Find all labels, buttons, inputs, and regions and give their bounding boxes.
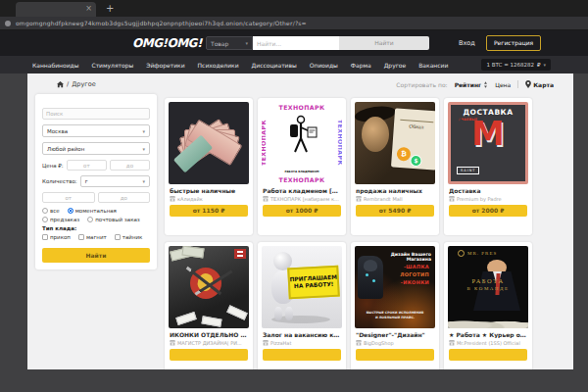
price-button[interactable]: от 1000 ₽ [263, 205, 341, 217]
product-title[interactable]: быстрые наличные [170, 187, 248, 194]
price-button[interactable]: от 1150 ₽ [170, 205, 248, 217]
btc-rate-selector[interactable]: 1 BTC = 1268282 ₽ ▾ [481, 59, 551, 71]
product-card[interactable]: Дизайн Вашего Магазина -ШАПКА ЛОГОТИП -И… [351, 242, 439, 369]
nav-item-opioids[interactable]: Опиоиды [310, 62, 338, 69]
product-image-mascot-sign: ПРИГЛАШАЕМ НА РАБОТУ! [262, 246, 342, 328]
nav-item-euphoretics[interactable]: Эйфоретики [146, 62, 184, 69]
product-image-delivery: ДОСТАВКА / ЧАЕВЫЕ М SAINT [448, 102, 528, 184]
delivery-option-postal[interactable]: почтовый заказ [87, 217, 140, 222]
product-card[interactable]: ТЕХНОПАРК ТЕХНОПАРК ТЕХНОПАРК РАБОТА КЛА… [258, 98, 346, 235]
product-title[interactable]: ИКОНКИ ОТДЕЛЬНО | ... [170, 331, 248, 338]
browser-tab[interactable]: × [16, 2, 96, 17]
home-icon[interactable] [57, 81, 64, 88]
nav-item-dissociatives[interactable]: Диссоциативы [252, 62, 297, 69]
city-select[interactable]: Москва ▾ [42, 124, 150, 137]
radio-checked-icon[interactable] [68, 208, 74, 214]
price-button[interactable] [170, 349, 248, 361]
search-category-select[interactable]: Товар ▾ [206, 36, 253, 50]
product-seller[interactable]: кАлидайк [170, 196, 248, 202]
quantity-from-input[interactable] [42, 192, 95, 203]
product-title[interactable]: продажа наличных [356, 187, 434, 194]
stash-option-magnet[interactable]: магнит [78, 234, 107, 240]
product-card[interactable]: ИКОНКИ ОТДЕЛЬНО | ... МАГИСТР ДИЗАЙНА| Р… [165, 242, 253, 369]
site-logo[interactable]: OMG!OMG! [132, 30, 202, 56]
product-card[interactable]: ПРИГЛАШАЕМ НА РАБОТУ! Залог на вакансию … [258, 242, 346, 369]
medal-icon [458, 250, 465, 257]
breadcrumb-separator: / [67, 80, 69, 88]
delivery-option-preorder[interactable]: предзаказ [42, 217, 79, 222]
sort-by-price[interactable]: Цена [495, 81, 511, 88]
product-card[interactable]: быстрые наличные кАлидайк от 1150 ₽ [165, 98, 253, 235]
sort-controls: Сортировать по: Рейтинг Цена Карта [396, 80, 554, 88]
unit-select[interactable]: г ▾ [80, 175, 150, 187]
filter-search-input[interactable] [42, 108, 150, 120]
nav-item-stimulants[interactable]: Стимуляторы [91, 62, 133, 69]
product-card[interactable]: Обнал ₿ $ продажа наличных Rembrandt Mal… [351, 98, 439, 235]
price-button[interactable] [449, 349, 527, 361]
nav-item-other[interactable]: Другое [384, 62, 407, 69]
chevron-down-icon: ▾ [142, 128, 145, 134]
delivery-option-all[interactable]: все [42, 208, 60, 214]
dollar-icon: $ [410, 155, 422, 168]
radio-icon[interactable] [87, 217, 93, 222]
search-button[interactable]: Найти [339, 36, 429, 50]
product-title[interactable]: ★ Работа ★ Курьер от ... [449, 331, 527, 338]
price-button[interactable]: от 2000 ₽ [449, 205, 527, 217]
divider [517, 80, 518, 88]
store-icon [170, 340, 175, 346]
btc-rate-value: 1 BTC = 1268282 [486, 62, 534, 68]
product-seller[interactable]: Premium by Padre [449, 196, 527, 202]
price-button[interactable]: от 5490 ₽ [356, 205, 434, 217]
map-pin-icon [525, 80, 531, 88]
radio-icon[interactable] [42, 208, 48, 214]
product-seller[interactable]: BigDogShop [356, 340, 434, 346]
chevron-down-icon: ▾ [142, 178, 145, 184]
store-icon [356, 196, 362, 202]
product-seller[interactable]: Mr.President (1SS) Official [449, 340, 527, 346]
price-filter-label: Цена ₽: [42, 163, 64, 169]
sort-by-rating[interactable]: Рейтинг [455, 81, 489, 88]
product-seller[interactable]: PizzaHat [263, 340, 341, 346]
price-from-input[interactable] [67, 160, 107, 171]
product-title[interactable]: Работа кладменом [Вы... [263, 187, 341, 194]
product-image-technopark: ТЕХНОПАРК ТЕХНОПАРК ТЕХНОПАРК РАБОТА КЛА… [262, 102, 342, 184]
price-button[interactable] [263, 349, 341, 361]
product-image-cash [169, 102, 249, 184]
nav-item-cannabinoids[interactable]: Каннабиноиды [32, 62, 78, 69]
stash-option-buried[interactable]: прикоп [42, 234, 71, 240]
checkbox-icon[interactable] [42, 234, 48, 240]
url-bar[interactable]: omgomgnghdfpkneeg74kmob3dgs5ugjjdbhpq2on… [0, 17, 588, 30]
product-title[interactable]: "Designer"-"Дизайн" [356, 331, 434, 338]
radio-icon[interactable] [42, 217, 48, 222]
register-button[interactable]: Регистрация [486, 35, 541, 51]
product-seller[interactable]: Rembrandt Mall [356, 196, 434, 202]
login-link[interactable]: Вход [459, 30, 475, 56]
district-select[interactable]: Любой район ▾ [42, 142, 150, 155]
product-seller[interactable]: МАГИСТР ДИЗАЙНА| РИ... [170, 340, 248, 346]
nav-item-psychedelics[interactable]: Психоделики [198, 62, 239, 69]
nav-item-pharma[interactable]: Фарма [351, 62, 371, 69]
new-tab-button[interactable]: + [106, 2, 114, 15]
product-title[interactable]: Доставка [449, 187, 527, 194]
tab-close-icon[interactable]: × [85, 4, 92, 14]
apply-filters-button[interactable]: Найти [42, 248, 150, 263]
nav-item-jobs[interactable]: Вакансии [418, 62, 448, 69]
delivery-option-instant[interactable]: моментальная [68, 208, 117, 214]
product-card[interactable]: ДОСТАВКА / ЧАЕВЫЕ М SAINT Доставка Premi… [444, 98, 532, 235]
product-title[interactable]: Залог на вакансию кур... [263, 331, 341, 338]
page-content: / Другое Сортировать по: Рейтинг Цена Ка… [27, 74, 573, 369]
product-image-designer-ad: Дизайн Вашего Магазина -ШАПКА ЛОГОТИП -И… [355, 246, 435, 328]
checkbox-icon[interactable] [115, 234, 121, 240]
map-link[interactable]: Карта [525, 80, 554, 88]
price-to-input[interactable] [110, 160, 150, 171]
site-header: OMG!OMG! Товар ▾ Найти Вход Регистрация [0, 30, 588, 56]
product-card[interactable]: MR. PRES РАБОТА В КОМАНДЕ ★ Работа ★ Кур… [444, 242, 532, 369]
breadcrumb-current: Другое [72, 80, 95, 88]
checkbox-icon[interactable] [78, 234, 84, 240]
stash-option-hidden[interactable]: тайник [115, 234, 143, 240]
search-input[interactable] [253, 36, 339, 50]
product-seller[interactable]: ТЕХНОПАРК [набираем к... [263, 196, 341, 202]
price-button[interactable] [356, 349, 434, 361]
url-text[interactable]: omgomgnghdfpkneeg74kmob3dgs5ugjjdbhpq2on… [16, 20, 307, 26]
quantity-to-input[interactable] [98, 192, 151, 203]
